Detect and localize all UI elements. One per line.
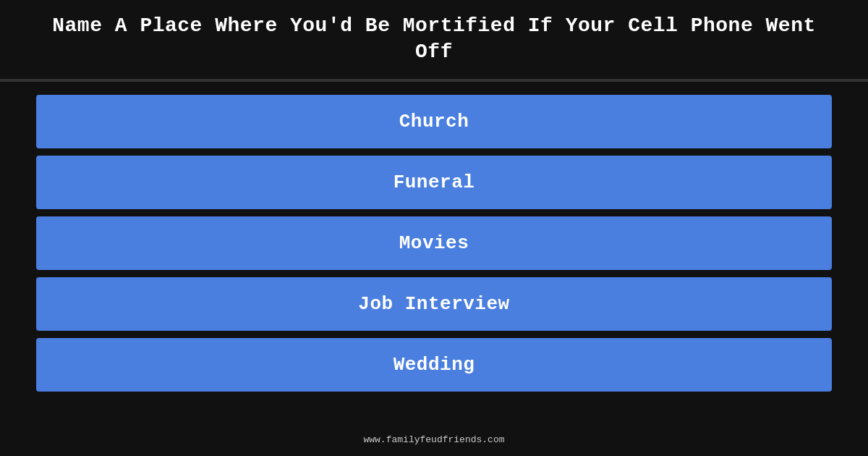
answer-label-5: Wedding	[393, 354, 475, 376]
footer: www.familyfeudfriends.com	[0, 426, 868, 456]
answer-label-1: Church	[399, 111, 469, 132]
answer-button-5[interactable]: Wedding	[36, 338, 832, 392]
answer-button-4[interactable]: Job Interview	[36, 277, 832, 331]
answer-label-3: Movies	[399, 232, 469, 254]
answer-label-2: Funeral	[393, 172, 475, 193]
answer-button-3[interactable]: Movies	[36, 216, 832, 270]
answer-button-2[interactable]: Funeral	[36, 156, 832, 209]
footer-url: www.familyfeudfriends.com	[363, 434, 504, 445]
page-title: Name A Place Where You'd Be Mortified If…	[52, 14, 815, 63]
answer-label-4: Job Interview	[358, 293, 509, 315]
answers-container: ChurchFuneralMoviesJob InterviewWedding	[0, 82, 868, 426]
answer-button-1[interactable]: Church	[36, 95, 832, 148]
header: Name A Place Where You'd Be Mortified If…	[0, 0, 868, 79]
